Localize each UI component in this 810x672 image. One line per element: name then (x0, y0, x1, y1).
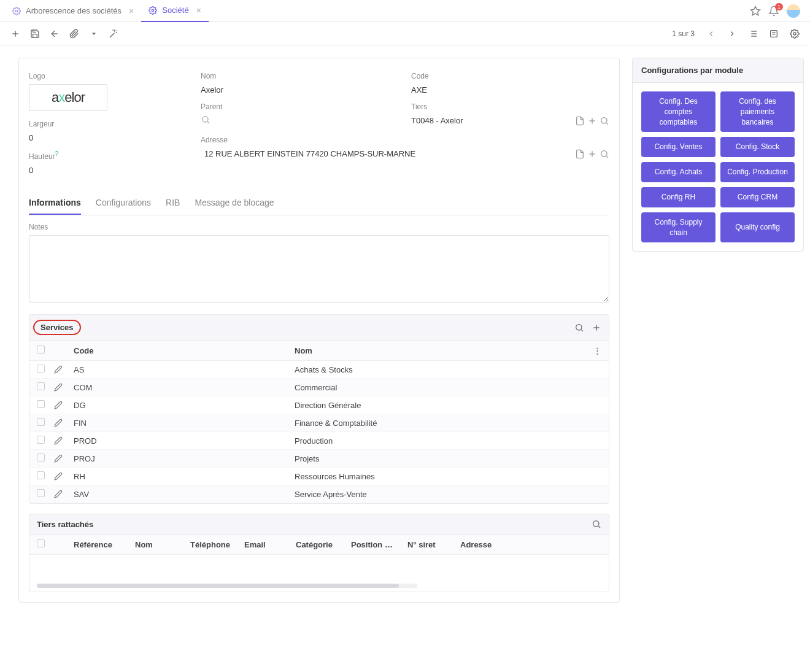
config-button-4[interactable]: Config. Achats (641, 162, 716, 182)
edit-icon[interactable] (54, 454, 74, 463)
parent-field[interactable] (201, 112, 399, 128)
star-icon[interactable] (750, 6, 761, 17)
plus-icon[interactable] (592, 323, 601, 333)
save-button[interactable] (26, 25, 44, 42)
logo-text: axelor (52, 90, 85, 106)
tab-societe[interactable]: Société × (141, 0, 209, 22)
prev-button[interactable] (702, 25, 720, 42)
new-button[interactable] (6, 25, 25, 42)
row-checkbox[interactable] (37, 471, 45, 479)
table-row[interactable]: SAVService Après-Vente (29, 485, 609, 503)
more-icon[interactable]: ⋮ (589, 346, 601, 355)
tiers-grid: Référence Nom Téléphone Email Catégorie … (29, 535, 609, 592)
col-telephone[interactable]: Téléphone (190, 540, 244, 549)
config-button-3[interactable]: Config. Stock (720, 137, 795, 157)
edit-icon[interactable] (54, 436, 74, 445)
logo-image[interactable]: axelor (29, 84, 107, 111)
col-nom[interactable]: Nom (135, 540, 190, 549)
form-top: Logo axelor Largeur 0 Hauteur? 0 Nom Axe… (29, 68, 609, 179)
config-button-7[interactable]: Config CRM (720, 187, 795, 207)
search-icon[interactable] (592, 519, 601, 529)
document-icon[interactable] (575, 116, 585, 126)
cell-code: AS (74, 365, 295, 374)
table-row[interactable]: RHRessources Humaines (29, 468, 609, 485)
config-button-1[interactable]: Config. des paiements bancaires (720, 91, 795, 132)
notifications-button[interactable]: 1 (768, 6, 779, 17)
nom-label: Nom (201, 72, 399, 80)
notes-textarea[interactable] (29, 235, 609, 303)
col-email[interactable]: Email (244, 540, 296, 549)
tab-rib[interactable]: RIB (166, 191, 180, 215)
col-position[interactable]: Position … (351, 540, 407, 549)
dropdown-button[interactable] (85, 25, 103, 42)
largeur-field[interactable]: 0 (29, 129, 188, 147)
row-checkbox[interactable] (37, 454, 45, 462)
col-reference[interactable]: Référence (74, 540, 135, 549)
row-checkbox[interactable] (37, 489, 45, 497)
tiers-grid-head: Référence Nom Téléphone Email Catégorie … (29, 535, 609, 555)
edit-icon[interactable] (54, 419, 74, 427)
close-icon[interactable]: × (196, 6, 201, 15)
edit-icon[interactable] (54, 472, 74, 481)
settings-button[interactable] (785, 25, 804, 42)
plus-icon[interactable] (587, 116, 597, 126)
close-icon[interactable]: × (129, 6, 134, 16)
col-code[interactable]: Code (74, 346, 295, 355)
nom-field[interactable]: Axelor (201, 82, 399, 99)
attach-button[interactable] (65, 25, 83, 42)
cell-code: RH (74, 472, 295, 481)
col-categorie[interactable]: Catégorie (296, 540, 351, 549)
table-row[interactable]: PROJProjets (29, 450, 609, 468)
table-row[interactable]: COMCommercial (29, 379, 609, 396)
search-icon[interactable] (574, 323, 584, 333)
config-button-0[interactable]: Config. Des comptes comptables (641, 91, 716, 132)
back-button[interactable] (45, 25, 64, 42)
code-field[interactable]: AXE (411, 82, 609, 99)
config-button-8[interactable]: Config. Supply chain (641, 212, 716, 243)
row-checkbox[interactable] (37, 400, 45, 408)
edit-icon[interactable] (54, 490, 74, 498)
inner-tabs: Informations Configurations RIB Message … (29, 191, 609, 215)
table-row[interactable]: ASAchats & Stocks (29, 361, 609, 379)
select-all-checkbox[interactable] (37, 539, 45, 547)
list-view-button[interactable] (744, 25, 762, 42)
wand-button[interactable] (104, 25, 123, 42)
row-checkbox[interactable] (37, 382, 45, 390)
edit-icon[interactable] (54, 401, 74, 409)
tab-arborescence[interactable]: Arborescence des sociétés × (5, 0, 141, 22)
tiers-label: Tiers (411, 102, 609, 111)
col-nom[interactable]: Nom (295, 346, 589, 355)
row-checkbox[interactable] (37, 418, 45, 426)
svg-marker-2 (751, 6, 760, 15)
table-row[interactable]: PRODProduction (29, 432, 609, 450)
tab-configurations[interactable]: Configurations (96, 191, 151, 215)
search-icon[interactable] (600, 116, 609, 126)
cell-nom: Production (295, 436, 589, 446)
logo-column: Logo axelor Largeur 0 Hauteur? 0 (29, 68, 188, 179)
avatar-icon[interactable] (787, 4, 800, 18)
row-checkbox[interactable] (37, 365, 45, 373)
hauteur-field[interactable]: 0 (29, 162, 188, 179)
tabs-bar: Arborescence des sociétés × Société × 1 (0, 0, 810, 22)
tiers-field[interactable]: T0048 - Axelor (411, 112, 609, 129)
config-button-2[interactable]: Config. Ventes (641, 137, 716, 157)
col-adresse[interactable]: Adresse (460, 540, 601, 549)
form-view-button[interactable] (765, 25, 783, 42)
config-button-9[interactable]: Quality config (720, 212, 795, 243)
cell-nom: Commercial (295, 383, 589, 392)
row-checkbox[interactable] (37, 436, 45, 444)
pager-text: 1 sur 3 (672, 29, 695, 38)
edit-icon[interactable] (54, 383, 74, 392)
config-button-5[interactable]: Config. Production (720, 162, 795, 182)
help-icon[interactable]: ? (55, 150, 59, 157)
table-row[interactable]: FINFinance & Comptabilité (29, 414, 609, 432)
next-button[interactable] (723, 25, 741, 42)
table-row[interactable]: DGDirection Générale (29, 396, 609, 414)
select-all-checkbox[interactable] (37, 346, 45, 353)
tab-informations[interactable]: Informations (29, 191, 81, 215)
config-button-6[interactable]: Config RH (641, 187, 716, 207)
col-siret[interactable]: N° siret (407, 540, 460, 549)
edit-icon[interactable] (54, 365, 74, 374)
horizontal-scrollbar[interactable] (37, 584, 417, 588)
tab-message-blocage[interactable]: Message de blocage (195, 191, 274, 215)
